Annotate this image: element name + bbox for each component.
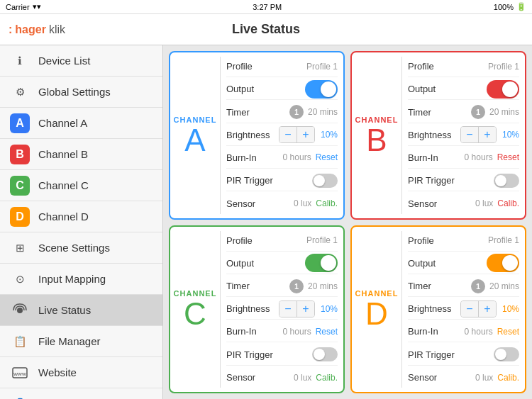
channel-a-sensor-right: 0 lux Calib. (294, 198, 338, 208)
svg-text:www: www (13, 371, 26, 377)
channel-b-brightness-value: 10% (502, 130, 519, 140)
sidebar-item-live-status[interactable]: Live Status (0, 295, 162, 326)
channel-b-timer-badge: 1 (471, 105, 485, 119)
channel-d-burnin-value: 0 hours (465, 327, 493, 337)
channel-b-brightness-plus[interactable]: + (479, 127, 496, 142)
channel-d-rows: Profile Profile 1 Output Timer 1 20 mins… (402, 227, 525, 393)
channel-a-timer-value: 20 mins (308, 107, 338, 117)
profile-label: Profile (408, 61, 434, 72)
channel-a-brightness-minus[interactable]: − (279, 127, 297, 142)
channel-d-brightness-ctrl: − + 10% (460, 300, 519, 317)
channel-a-icon: A (10, 113, 30, 133)
profile-label: Profile (226, 61, 253, 72)
channel-c-timer-right: 1 20 mins (289, 279, 338, 293)
channel-b-output-toggle[interactable] (487, 80, 519, 99)
channel-d-output-row: Output (408, 253, 519, 274)
channel-d-label: CHANNEL D (352, 227, 401, 393)
sidebar-item-file-manager[interactable]: 📋 File Manager (0, 326, 162, 357)
person-icon: 👤 (10, 394, 30, 400)
pir-label: PIR Trigger (408, 175, 455, 186)
channel-c-timer-badge: 1 (289, 279, 304, 293)
channel-b-brightness-row: Brightness − + 10% (408, 125, 519, 146)
channel-a-brightness-ctrl: − + 10% (279, 126, 338, 143)
channel-c-calib-button[interactable]: Calib. (316, 373, 338, 383)
sidebar-item-quick-setup[interactable]: 👤 Quick Set-up Guide (0, 388, 162, 399)
channel-a-timer-badge: 1 (289, 105, 304, 119)
sidebar-item-scene-settings[interactable]: ⊞ Scene Settings (0, 232, 162, 264)
channel-c-card: CHANNEL C Profile Profile 1 Output Timer… (169, 225, 345, 394)
channel-d-burnin-row: Burn-In 0 hours Reset (408, 321, 519, 342)
channel-a-timer-right: 1 20 mins (289, 105, 338, 119)
channel-a-brightness-value: 10% (321, 130, 338, 140)
channel-b-icon: B (10, 145, 30, 164)
channel-a-brightness-row: Brightness − + 10% (226, 125, 338, 146)
channel-b-brightness-ctrl: − + 10% (460, 126, 519, 143)
channel-b-brightness-minus[interactable]: − (461, 127, 478, 142)
channel-c-icon: C (10, 176, 30, 196)
channel-a-profile-value: Profile 1 (306, 62, 338, 72)
pir-label: PIR Trigger (408, 349, 455, 360)
sensor-label: Sensor (408, 372, 437, 383)
channel-c-brightness-minus[interactable]: − (279, 301, 297, 317)
channel-d-brightness-value: 10% (502, 304, 519, 314)
sidebar-item-channel-a[interactable]: A Channel A (0, 108, 162, 139)
channel-d-calib-button[interactable]: Calib. (497, 373, 519, 383)
logo-klik: klik (49, 23, 65, 36)
website-icon: www (10, 363, 30, 383)
sidebar-item-website[interactable]: www Website (0, 357, 162, 388)
sensor-label: Sensor (226, 372, 255, 383)
channel-d-card: CHANNEL D Profile Profile 1 Output Timer… (350, 225, 526, 394)
channel-b-reset-button[interactable]: Reset (497, 152, 519, 162)
channel-a-output-toggle[interactable] (305, 80, 338, 99)
channel-d-bright-box: − + (460, 300, 497, 317)
main-layout: ℹ Device List ⚙ Global Settings A Channe… (0, 45, 532, 399)
channel-c-output-toggle[interactable] (305, 254, 338, 272)
brightness-label: Brightness (226, 130, 270, 140)
burnin-label: Burn-In (408, 326, 438, 337)
sidebar-label: Channel A (38, 117, 87, 129)
channel-c-profile-row: Profile Profile 1 (226, 230, 338, 252)
channel-c-pir-toggle[interactable] (312, 347, 338, 361)
channel-d-output-toggle[interactable] (487, 254, 519, 272)
sidebar: ℹ Device List ⚙ Global Settings A Channe… (0, 45, 163, 399)
channel-d-pir-toggle[interactable] (494, 347, 519, 361)
sidebar-item-device-list[interactable]: ℹ Device List (0, 45, 162, 77)
wifi-icon: ▾▾ (33, 2, 41, 11)
channel-b-output-row: Output (408, 79, 519, 100)
sensor-label: Sensor (408, 198, 437, 209)
channel-a-burnin-row: Burn-In 0 hours Reset (226, 147, 338, 169)
channel-b-letter: B (366, 125, 387, 156)
channel-d-burnin-right: 0 hours Reset (465, 327, 519, 337)
channel-c-reset-button[interactable]: Reset (316, 327, 338, 337)
burnin-label: Burn-In (226, 152, 257, 163)
channel-d-timer-value: 20 mins (489, 281, 519, 291)
channel-d-sensor-row: Sensor 0 lux Calib. (408, 367, 519, 388)
carrier-label: Carrier (6, 3, 30, 11)
channel-d-brightness-plus[interactable]: + (479, 301, 496, 317)
sidebar-item-channel-c[interactable]: C Channel C (0, 170, 162, 201)
channel-a-output-row: Output (226, 79, 338, 100)
channel-c-label: CHANNEL C (170, 227, 220, 393)
sidebar-item-global-settings[interactable]: ⚙ Global Settings (0, 77, 162, 108)
channel-b-calib-button[interactable]: Calib. (497, 198, 519, 208)
channel-a-calib-button[interactable]: Calib. (316, 198, 338, 208)
sidebar-item-channel-b[interactable]: B Channel B (0, 139, 162, 170)
channel-a-brightness-plus[interactable]: + (297, 127, 314, 142)
channel-c-brightness-plus[interactable]: + (297, 301, 314, 317)
pir-label: PIR Trigger (226, 175, 273, 186)
output-label: Output (408, 84, 436, 94)
channel-d-brightness-minus[interactable]: − (461, 301, 478, 317)
channel-b-pir-toggle[interactable] (494, 174, 519, 188)
sidebar-item-channel-d[interactable]: D Channel D (0, 201, 162, 232)
sidebar-label: Live Status (38, 304, 91, 316)
channel-c-burnin-row: Burn-In 0 hours Reset (226, 321, 338, 342)
sensor-label: Sensor (226, 198, 255, 209)
channel-b-timer-right: 1 20 mins (471, 105, 519, 119)
channel-b-rows: Profile Profile 1 Output Timer 1 20 mins… (402, 52, 525, 218)
channel-d-reset-button[interactable]: Reset (497, 327, 519, 337)
channel-b-bright-box: − + (460, 126, 497, 143)
sidebar-item-input-mapping[interactable]: ⊙ Input Mapping (0, 264, 162, 295)
channel-a-pir-toggle[interactable] (312, 174, 338, 188)
channel-a-reset-button[interactable]: Reset (316, 152, 338, 162)
channel-c-sensor-right: 0 lux Calib. (294, 373, 338, 383)
